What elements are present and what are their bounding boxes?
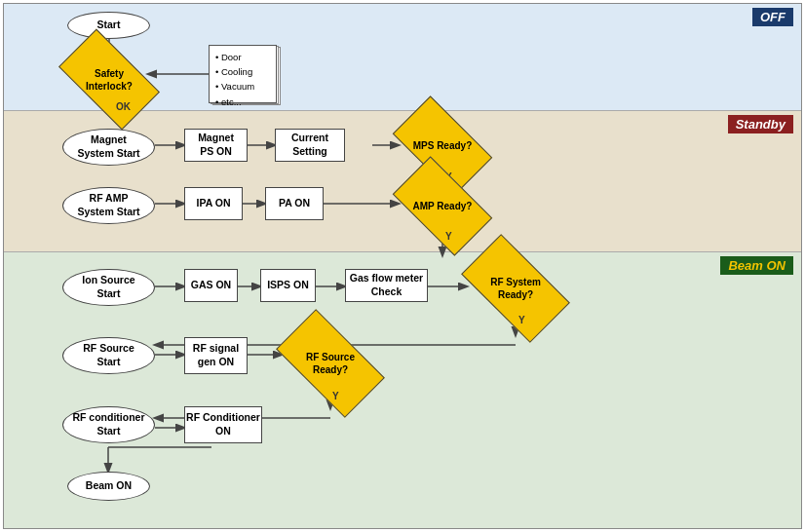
beam-on-node: Beam ON	[67, 472, 150, 501]
rf-source-ready-diamond: RF Source Ready?	[282, 335, 379, 392]
rf-source-start-node: RF Source Start	[62, 337, 155, 374]
rf-amp-system-start-node: RF AMP System Start	[62, 187, 155, 224]
rf-conditioner-on-node: RF Conditioner ON	[184, 406, 262, 443]
magnet-system-start-node: Magnet System Start	[62, 129, 155, 166]
magnet-ps-on-node: Magnet PS ON	[184, 129, 248, 162]
rf-source-y-label: Y	[332, 391, 339, 401]
paper-stack: • Door • Cooling • Vacuum • etc...	[209, 45, 287, 111]
amp-y-label: Y	[445, 231, 452, 242]
paper-front-text: • Door • Cooling • Vacuum • etc...	[209, 45, 277, 103]
mps-ready-label: MPS Ready?	[413, 139, 473, 152]
start-node: Start	[67, 12, 150, 39]
ion-source-start-node: Ion Source Start	[62, 269, 155, 306]
ipa-on-node: IPA ON	[184, 187, 243, 220]
flowchart-diagram: OFF Standby Beam ON	[3, 3, 802, 529]
rf-signal-gen-on-node: RF signal gen ON	[184, 337, 248, 374]
standby-label: Standby	[728, 115, 793, 133]
gas-on-node: GAS ON	[184, 269, 238, 302]
amp-ready-diamond: AMP Ready?	[399, 179, 486, 233]
rf-system-ready-diamond: RF System Ready?	[467, 260, 564, 317]
gas-flow-check-node: Gas flow meter Check	[345, 269, 428, 302]
pa-on-node: PA ON	[265, 187, 324, 220]
rf-source-ready-label: RF Source Ready?	[306, 351, 355, 376]
current-setting-node: Current Setting	[275, 129, 345, 162]
safety-interlock-label: Safety Interlock?	[86, 67, 133, 93]
mps-ready-diamond: MPS Ready?	[399, 119, 486, 172]
rf-system-ready-label: RF System Ready?	[490, 276, 541, 301]
rf-system-y-label: Y	[518, 315, 525, 325]
rf-conditioner-start-node: RF conditioner Start	[62, 406, 155, 443]
safety-interlock-diamond: Safety Interlock?	[64, 53, 154, 106]
ok-label: OK	[116, 101, 131, 112]
beamon-label: Beam ON	[720, 256, 793, 275]
isps-on-node: ISPS ON	[260, 269, 316, 302]
amp-ready-label: AMP Ready?	[413, 200, 473, 212]
off-label: OFF	[752, 8, 793, 26]
